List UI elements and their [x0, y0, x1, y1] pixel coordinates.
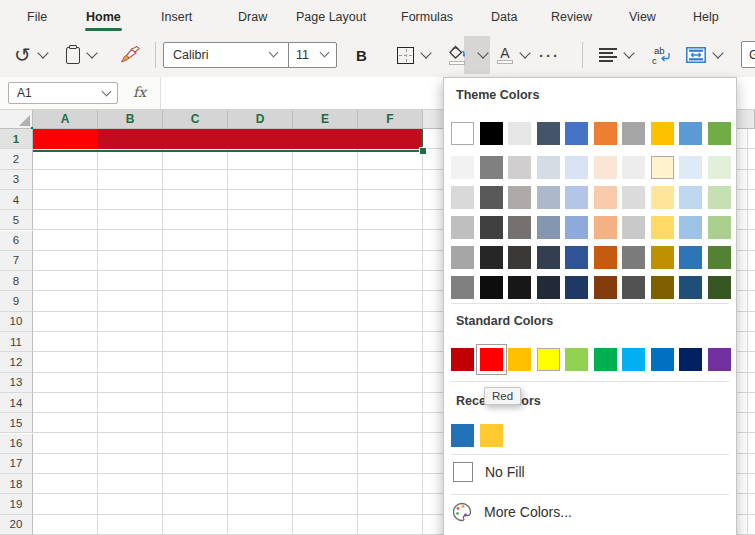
- row-header-16[interactable]: 16: [0, 434, 33, 454]
- alignment-button[interactable]: [599, 33, 633, 77]
- theme-variant-swatch[interactable]: [594, 186, 617, 209]
- theme-variant-swatch[interactable]: [508, 156, 531, 179]
- row-header-9[interactable]: 9: [0, 291, 33, 311]
- tab-view[interactable]: View: [627, 0, 658, 33]
- merge-cells-button[interactable]: [686, 33, 722, 77]
- theme-color-swatch[interactable]: [651, 122, 674, 145]
- theme-variant-swatch[interactable]: [622, 276, 645, 299]
- chevron-down-icon[interactable]: [519, 47, 530, 58]
- tab-draw[interactable]: Draw: [236, 0, 269, 33]
- theme-color-swatch[interactable]: [679, 122, 702, 145]
- theme-variant-swatch[interactable]: [651, 246, 674, 269]
- chevron-down-icon[interactable]: [86, 47, 97, 58]
- theme-variant-swatch[interactable]: [622, 156, 645, 179]
- theme-variant-swatch[interactable]: [622, 246, 645, 269]
- theme-variant-swatch[interactable]: [537, 156, 560, 179]
- column-header-B[interactable]: B: [98, 110, 163, 129]
- theme-variant-swatch[interactable]: [537, 246, 560, 269]
- theme-color-swatch[interactable]: [565, 122, 588, 145]
- row-header-11[interactable]: 11: [0, 332, 33, 352]
- tab-home[interactable]: Home: [84, 0, 123, 33]
- row-header-4[interactable]: 4: [0, 190, 33, 210]
- column-header-F[interactable]: F: [358, 110, 423, 129]
- theme-variant-swatch[interactable]: [565, 276, 588, 299]
- theme-variant-swatch[interactable]: [679, 246, 702, 269]
- theme-color-swatch[interactable]: [594, 122, 617, 145]
- bold-button[interactable]: B: [356, 33, 367, 77]
- theme-variant-swatch[interactable]: [708, 186, 731, 209]
- column-header-A[interactable]: A: [33, 110, 98, 129]
- tab-page-layout[interactable]: Page Layout: [294, 0, 368, 33]
- chevron-down-icon[interactable]: [37, 47, 48, 58]
- more-colors-option[interactable]: More Colors...: [452, 502, 572, 522]
- wrap-text-button[interactable]: abc: [652, 33, 672, 77]
- theme-variant-swatch[interactable]: [594, 276, 617, 299]
- theme-color-swatch[interactable]: [451, 122, 474, 145]
- theme-color-swatch[interactable]: [622, 122, 645, 145]
- theme-variant-swatch[interactable]: [565, 216, 588, 239]
- theme-variant-swatch[interactable]: [537, 186, 560, 209]
- row-header-14[interactable]: 14: [0, 393, 33, 413]
- theme-variant-swatch[interactable]: [679, 186, 702, 209]
- theme-color-swatch[interactable]: [537, 122, 560, 145]
- theme-variant-swatch[interactable]: [480, 156, 503, 179]
- chevron-down-icon[interactable]: [269, 48, 279, 58]
- theme-variant-swatch[interactable]: [537, 216, 560, 239]
- chevron-down-icon[interactable]: [420, 47, 431, 58]
- tab-formulas[interactable]: Formulas: [399, 0, 455, 33]
- theme-variant-swatch[interactable]: [451, 276, 474, 299]
- font-name-select[interactable]: Calibri: [173, 48, 208, 62]
- fill-handle[interactable]: [419, 147, 427, 155]
- paste-button[interactable]: [66, 33, 96, 77]
- theme-variant-swatch[interactable]: [451, 246, 474, 269]
- more-options-button[interactable]: ···: [539, 33, 560, 77]
- theme-variant-swatch[interactable]: [508, 216, 531, 239]
- row-header-12[interactable]: 12: [0, 352, 33, 372]
- theme-variant-swatch[interactable]: [480, 186, 503, 209]
- theme-variant-swatch[interactable]: [480, 216, 503, 239]
- theme-variant-swatch[interactable]: [708, 216, 731, 239]
- standard-color-orange[interactable]: [508, 348, 531, 371]
- undo-button[interactable]: ↺: [14, 33, 47, 77]
- standard-color-dark-blue[interactable]: [679, 348, 702, 371]
- theme-variant-swatch[interactable]: [537, 276, 560, 299]
- theme-variant-swatch[interactable]: [651, 156, 674, 179]
- theme-color-swatch[interactable]: [508, 122, 531, 145]
- tab-data[interactable]: Data: [489, 0, 519, 33]
- theme-variant-swatch[interactable]: [708, 156, 731, 179]
- chevron-down-icon[interactable]: [623, 47, 634, 58]
- theme-variant-swatch[interactable]: [679, 276, 702, 299]
- row-header-20[interactable]: 20: [0, 515, 33, 535]
- number-format-select[interactable]: G: [741, 41, 755, 68]
- standard-color-light-blue[interactable]: [622, 348, 645, 371]
- theme-variant-swatch[interactable]: [480, 246, 503, 269]
- font-color-button[interactable]: A: [497, 33, 529, 77]
- chevron-down-icon[interactable]: [102, 87, 112, 97]
- row-header-8[interactable]: 8: [0, 271, 33, 291]
- theme-variant-swatch[interactable]: [651, 216, 674, 239]
- theme-variant-swatch[interactable]: [451, 186, 474, 209]
- no-fill-option[interactable]: No Fill: [453, 462, 525, 482]
- theme-variant-swatch[interactable]: [622, 216, 645, 239]
- row-header-13[interactable]: 13: [0, 373, 33, 393]
- theme-variant-swatch[interactable]: [508, 276, 531, 299]
- borders-button[interactable]: [397, 33, 430, 77]
- theme-variant-swatch[interactable]: [508, 186, 531, 209]
- row-header-3[interactable]: 3: [0, 170, 33, 190]
- tab-review[interactable]: Review: [549, 0, 594, 33]
- standard-color-green[interactable]: [594, 348, 617, 371]
- theme-color-swatch[interactable]: [708, 122, 731, 145]
- row-header-5[interactable]: 5: [0, 210, 33, 230]
- tab-help[interactable]: Help: [691, 0, 721, 33]
- theme-variant-swatch[interactable]: [594, 156, 617, 179]
- recent-color-swatch[interactable]: [480, 424, 503, 447]
- theme-variant-swatch[interactable]: [480, 276, 503, 299]
- format-painter-button[interactable]: [120, 33, 142, 77]
- theme-variant-swatch[interactable]: [508, 246, 531, 269]
- theme-variant-swatch[interactable]: [679, 216, 702, 239]
- fx-button[interactable]: fx: [133, 84, 146, 100]
- row-header-2[interactable]: 2: [0, 149, 33, 169]
- theme-variant-swatch[interactable]: [594, 216, 617, 239]
- row-header-18[interactable]: 18: [0, 474, 33, 494]
- theme-variant-swatch[interactable]: [565, 186, 588, 209]
